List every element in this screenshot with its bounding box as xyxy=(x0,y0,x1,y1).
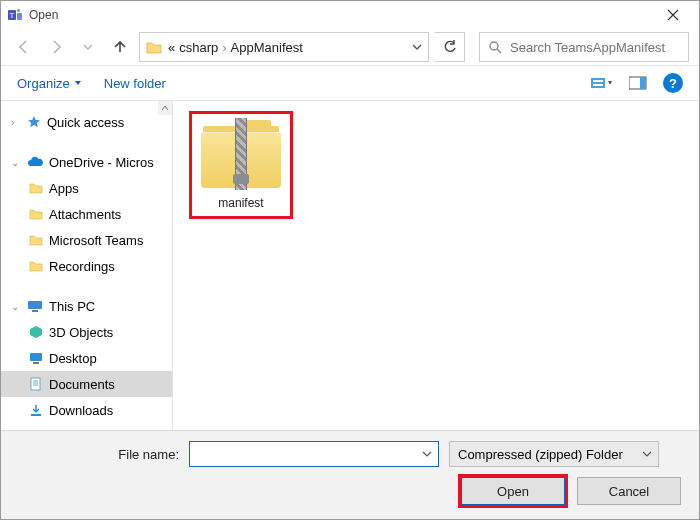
chevron-down-icon xyxy=(74,79,82,87)
desktop-icon xyxy=(29,352,43,364)
folder-icon xyxy=(29,234,43,246)
filename-combobox[interactable] xyxy=(189,441,439,467)
filetype-label: Compressed (zipped) Folder xyxy=(458,447,623,462)
pc-icon xyxy=(27,300,43,312)
forward-button[interactable] xyxy=(43,34,69,60)
open-file-dialog: T Open « csharp › AppMa xyxy=(0,0,700,520)
downloads-icon xyxy=(29,403,43,417)
svg-rect-13 xyxy=(30,353,42,361)
help-button[interactable]: ? xyxy=(663,73,683,93)
chevron-down-icon[interactable] xyxy=(642,449,652,459)
svg-rect-12 xyxy=(32,310,38,312)
organize-menu[interactable]: Organize xyxy=(17,76,82,91)
tree-item[interactable]: 3D Objects xyxy=(1,319,172,345)
tree-item[interactable]: Desktop xyxy=(1,345,172,371)
svg-rect-7 xyxy=(593,80,603,82)
dialog-body: › Quick access ⌄ OneDrive - Micros Apps … xyxy=(1,101,699,430)
tree-item-documents[interactable]: Documents xyxy=(1,371,172,397)
file-pane[interactable]: manifest xyxy=(173,101,699,430)
cancel-button[interactable]: Cancel xyxy=(577,477,681,505)
cube-icon xyxy=(29,325,43,339)
breadcrumb[interactable]: « csharp › AppManifest xyxy=(168,40,406,55)
tree-item-quick-access[interactable]: › Quick access xyxy=(1,109,172,135)
search-input[interactable] xyxy=(508,39,680,56)
preview-pane-button[interactable] xyxy=(629,76,647,90)
close-button[interactable] xyxy=(653,1,693,29)
cloud-icon xyxy=(27,156,43,168)
svg-rect-11 xyxy=(28,301,42,309)
breadcrumb-prefix: « xyxy=(168,40,175,55)
tree-item[interactable]: Attachments xyxy=(1,201,172,227)
nav-tree[interactable]: › Quick access ⌄ OneDrive - Micros Apps … xyxy=(1,101,173,430)
zip-folder-icon xyxy=(201,118,281,190)
tree-item[interactable]: Downloads xyxy=(1,397,172,423)
chevron-down-icon[interactable] xyxy=(422,449,432,459)
svg-line-5 xyxy=(497,49,501,53)
breadcrumb-item[interactable]: csharp xyxy=(179,40,218,55)
svg-rect-8 xyxy=(593,84,603,86)
file-name-label: manifest xyxy=(218,196,263,210)
address-dropdown[interactable] xyxy=(412,42,422,52)
folder-icon xyxy=(29,182,43,194)
svg-rect-14 xyxy=(33,362,39,364)
new-folder-button[interactable]: New folder xyxy=(104,76,166,91)
chevron-down-icon: ⌄ xyxy=(11,157,21,168)
chevron-right-icon: › xyxy=(11,117,21,128)
svg-rect-15 xyxy=(31,378,40,390)
breadcrumb-item[interactable]: AppManifest xyxy=(231,40,303,55)
folder-icon xyxy=(146,40,162,54)
svg-rect-3 xyxy=(17,13,22,20)
window-title: Open xyxy=(29,8,58,22)
svg-text:T: T xyxy=(10,11,15,20)
search-box[interactable] xyxy=(479,32,689,62)
app-icon: T xyxy=(7,7,23,23)
refresh-button[interactable] xyxy=(435,32,465,62)
star-icon xyxy=(27,115,41,129)
search-icon xyxy=(488,40,502,54)
file-tile-manifest[interactable]: manifest xyxy=(189,111,293,219)
back-button[interactable] xyxy=(11,34,37,60)
tree-item[interactable]: Microsoft Teams xyxy=(1,227,172,253)
chevron-right-icon: › xyxy=(222,40,226,55)
filename-label: File name: xyxy=(19,447,179,462)
address-bar[interactable]: « csharp › AppManifest xyxy=(139,32,429,62)
chevron-down-icon: ⌄ xyxy=(11,301,21,312)
tree-item[interactable]: Recordings xyxy=(1,253,172,279)
open-button[interactable]: Open xyxy=(461,477,565,505)
svg-point-4 xyxy=(490,42,498,50)
document-folder-icon xyxy=(29,377,43,391)
footer: File name: Compressed (zipped) Folder Op… xyxy=(1,430,699,519)
scroll-up-icon[interactable] xyxy=(158,101,172,115)
folder-icon xyxy=(29,260,43,272)
up-button[interactable] xyxy=(107,34,133,60)
svg-rect-6 xyxy=(591,78,605,88)
tree-item[interactable]: Apps xyxy=(1,175,172,201)
recent-dropdown[interactable] xyxy=(75,34,101,60)
filetype-combobox[interactable]: Compressed (zipped) Folder xyxy=(449,441,659,467)
svg-rect-2 xyxy=(17,9,20,12)
folder-icon xyxy=(29,208,43,220)
title-bar: T Open xyxy=(1,1,699,29)
svg-rect-10 xyxy=(640,77,646,89)
toolbar: Organize New folder ? xyxy=(1,65,699,101)
svg-rect-19 xyxy=(31,414,41,416)
nav-bar: « csharp › AppManifest xyxy=(1,29,699,65)
tree-item-this-pc[interactable]: ⌄ This PC xyxy=(1,293,172,319)
tree-item-onedrive[interactable]: ⌄ OneDrive - Micros xyxy=(1,149,172,175)
view-mode-button[interactable] xyxy=(591,76,613,90)
